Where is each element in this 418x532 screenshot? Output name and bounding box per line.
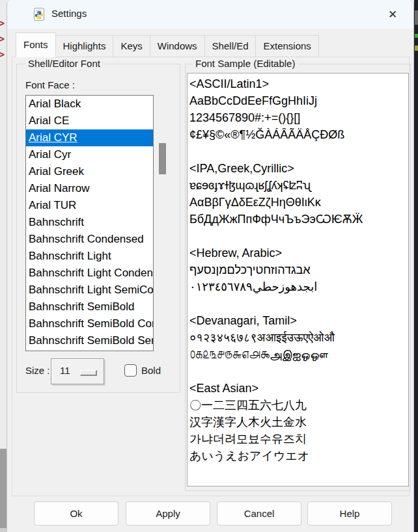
- python-app-icon: [32, 7, 46, 21]
- font-list-item[interactable]: Bahnschrift Light Condens: [26, 265, 153, 282]
- bold-checkbox[interactable]: [124, 364, 137, 377]
- settings-dialog: Settings ✕ Fonts Highlights Keys Windows…: [7, 0, 414, 532]
- tab-bar: Fonts Highlights Keys Windows Shell/Ed E…: [16, 33, 318, 57]
- tab-extensions[interactable]: Extensions: [255, 35, 318, 57]
- font-face-listbox[interactable]: Arial Black Arial CE Arial CYR Arial Cyr…: [25, 95, 154, 351]
- dialog-button-row: Ok Apply Cancel Help: [7, 501, 413, 525]
- font-list-item[interactable]: Bahnschrift Light: [26, 248, 153, 265]
- tab-shell-ed[interactable]: Shell/Ed: [204, 35, 257, 57]
- window-title: Settings: [51, 8, 87, 19]
- font-list-item[interactable]: Bahnschrift Condensed: [26, 231, 153, 248]
- shell-editor-font-group-title: Shell/Editor Font: [25, 58, 103, 69]
- font-list-item[interactable]: Bahnschrift Light SemiCor: [26, 282, 153, 299]
- size-value: 11: [60, 365, 70, 376]
- font-list-item[interactable]: Arial Black: [26, 96, 153, 113]
- help-button[interactable]: Help: [307, 501, 392, 525]
- font-list-item[interactable]: Arial CE: [26, 113, 153, 129]
- close-button[interactable]: ✕: [380, 3, 406, 25]
- background-right-strip: [414, 0, 418, 532]
- background-scrollbar: [0, 449, 7, 528]
- font-list-item[interactable]: Arial Greek: [26, 163, 153, 180]
- background-speck: [415, 46, 418, 51]
- font-face-label: Font Face :: [25, 79, 75, 90]
- size-label: Size :: [25, 365, 50, 376]
- font-list-item[interactable]: Bahnschrift: [26, 214, 153, 231]
- tab-highlights[interactable]: Highlights: [55, 35, 114, 57]
- font-sample-textbox[interactable]: <ASCII/Latin1> AaBbCcDdEeFfGgHhIiJj 1234…: [187, 73, 409, 486]
- background-prompt-chevron: >: [0, 49, 5, 60]
- font-list-item[interactable]: Bahnschrift SemiBold Sem: [26, 332, 153, 349]
- background-speck: [415, 34, 418, 38]
- font-list-item[interactable]: Bahnschrift SemiBold: [26, 299, 153, 315]
- background-prompt-chevron: >: [0, 33, 5, 45]
- font-list-item[interactable]: Arial TUR: [26, 197, 153, 214]
- background-left-strip: > > >: [0, 0, 7, 532]
- screenshot-root: > > > Settings ✕ Fo: [0, 0, 418, 532]
- dropdown-indicator-icon: [80, 370, 97, 376]
- font-sample-text[interactable]: <ASCII/Latin1> AaBbCcDdEeFfGgHhIiJj 1234…: [188, 73, 408, 464]
- background-prompt-chevron: >: [0, 18, 5, 29]
- background-scrollbar-end: [0, 528, 7, 532]
- tab-windows[interactable]: Windows: [150, 35, 205, 57]
- tab-fonts[interactable]: Fonts: [16, 33, 56, 57]
- font-list-scrollbar-thumb[interactable]: [159, 143, 166, 174]
- close-icon: ✕: [388, 8, 397, 21]
- font-sample-group-title: Font Sample (Editable): [193, 58, 298, 69]
- size-dropdown[interactable]: 11: [51, 358, 104, 384]
- font-list-item-selected[interactable]: Arial CYR: [26, 129, 153, 146]
- cancel-button[interactable]: Cancel: [217, 501, 301, 525]
- tab-keys[interactable]: Keys: [113, 35, 150, 57]
- font-list-item[interactable]: Arial Narrow: [26, 180, 153, 197]
- titlebar[interactable]: Settings ✕: [7, 0, 413, 29]
- background-speck: [415, 10, 418, 25]
- apply-button[interactable]: Apply: [126, 501, 210, 525]
- font-list-item[interactable]: Bahnschrift SemiBold Con: [26, 315, 153, 332]
- bold-label: Bold: [141, 365, 161, 376]
- font-list-item[interactable]: Arial Cyr: [26, 146, 153, 163]
- ok-button[interactable]: Ok: [34, 501, 118, 525]
